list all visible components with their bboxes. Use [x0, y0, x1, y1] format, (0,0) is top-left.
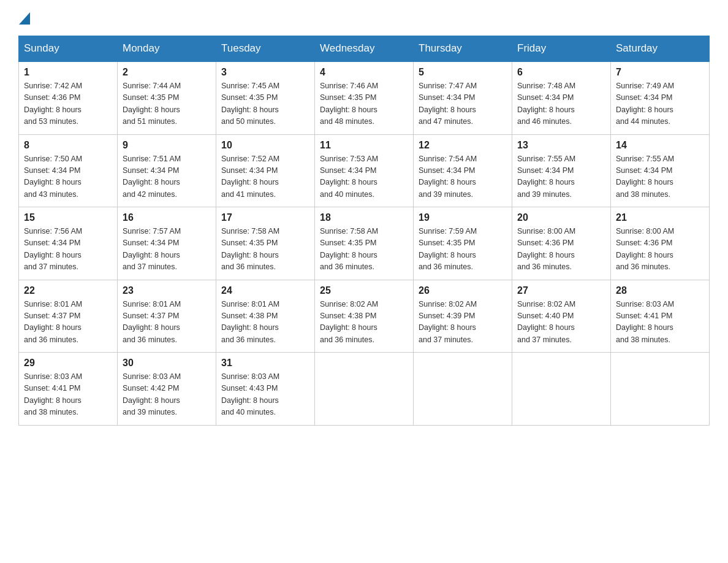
calendar-cell: 2 Sunrise: 7:44 AMSunset: 4:35 PMDayligh… [118, 61, 216, 134]
col-header-friday: Friday [512, 36, 611, 62]
day-number: 20 [517, 212, 605, 223]
day-number: 4 [320, 67, 408, 78]
day-info: Sunrise: 7:48 AMSunset: 4:34 PMDaylight:… [517, 80, 605, 128]
day-number: 7 [616, 67, 704, 78]
calendar-cell: 14 Sunrise: 7:55 AMSunset: 4:34 PMDaylig… [611, 134, 710, 207]
calendar-table: SundayMondayTuesdayWednesdayThursdayFrid… [18, 36, 710, 426]
calendar-header-row: SundayMondayTuesdayWednesdayThursdayFrid… [19, 36, 710, 62]
calendar-cell: 16 Sunrise: 7:57 AMSunset: 4:34 PMDaylig… [118, 207, 216, 280]
day-info: Sunrise: 8:03 AMSunset: 4:43 PMDaylight:… [221, 371, 309, 419]
day-number: 13 [517, 140, 605, 151]
calendar-cell: 5 Sunrise: 7:47 AMSunset: 4:34 PMDayligh… [414, 61, 512, 134]
day-number: 1 [24, 67, 112, 78]
col-header-wednesday: Wednesday [315, 36, 414, 62]
day-number: 29 [24, 358, 112, 369]
day-number: 17 [221, 212, 309, 223]
day-number: 27 [517, 285, 605, 296]
calendar-cell: 30 Sunrise: 8:03 AMSunset: 4:42 PMDaylig… [118, 353, 216, 426]
calendar-week-row: 15 Sunrise: 7:56 AMSunset: 4:34 PMDaylig… [19, 207, 710, 280]
logo [18, 12, 31, 23]
day-info: Sunrise: 8:02 AMSunset: 4:38 PMDaylight:… [320, 299, 408, 347]
day-number: 22 [24, 285, 112, 296]
calendar-cell: 15 Sunrise: 7:56 AMSunset: 4:34 PMDaylig… [19, 207, 118, 280]
day-info: Sunrise: 8:01 AMSunset: 4:38 PMDaylight:… [221, 299, 309, 347]
calendar-cell: 6 Sunrise: 7:48 AMSunset: 4:34 PMDayligh… [512, 61, 611, 134]
calendar-cell: 7 Sunrise: 7:49 AMSunset: 4:34 PMDayligh… [611, 61, 710, 134]
day-info: Sunrise: 7:56 AMSunset: 4:34 PMDaylight:… [24, 226, 112, 274]
day-number: 18 [320, 212, 408, 223]
day-number: 31 [221, 358, 309, 369]
day-info: Sunrise: 8:00 AMSunset: 4:36 PMDaylight:… [616, 226, 704, 274]
day-info: Sunrise: 7:51 AMSunset: 4:34 PMDaylight:… [123, 153, 211, 201]
col-header-monday: Monday [118, 36, 216, 62]
calendar-cell: 19 Sunrise: 7:59 AMSunset: 4:35 PMDaylig… [414, 207, 512, 280]
logo-triangle-icon [19, 12, 30, 25]
svg-marker-0 [19, 12, 30, 25]
calendar-cell: 26 Sunrise: 8:02 AMSunset: 4:39 PMDaylig… [414, 280, 512, 353]
day-info: Sunrise: 7:53 AMSunset: 4:34 PMDaylight:… [320, 153, 408, 201]
calendar-cell: 29 Sunrise: 8:03 AMSunset: 4:41 PMDaylig… [19, 353, 118, 426]
calendar-cell [611, 353, 710, 426]
day-number: 8 [24, 140, 112, 151]
col-header-thursday: Thursday [414, 36, 512, 62]
col-header-saturday: Saturday [611, 36, 710, 62]
day-info: Sunrise: 8:00 AMSunset: 4:36 PMDaylight:… [517, 226, 605, 274]
day-number: 15 [24, 212, 112, 223]
calendar-cell [512, 353, 611, 426]
day-info: Sunrise: 8:02 AMSunset: 4:39 PMDaylight:… [419, 299, 507, 347]
day-info: Sunrise: 8:01 AMSunset: 4:37 PMDaylight:… [24, 299, 112, 347]
day-info: Sunrise: 8:03 AMSunset: 4:42 PMDaylight:… [123, 371, 211, 419]
calendar-week-row: 1 Sunrise: 7:42 AMSunset: 4:36 PMDayligh… [19, 61, 710, 134]
day-number: 12 [419, 140, 507, 151]
calendar-week-row: 8 Sunrise: 7:50 AMSunset: 4:34 PMDayligh… [19, 134, 710, 207]
calendar-cell: 25 Sunrise: 8:02 AMSunset: 4:38 PMDaylig… [315, 280, 414, 353]
calendar-cell: 13 Sunrise: 7:55 AMSunset: 4:34 PMDaylig… [512, 134, 611, 207]
day-info: Sunrise: 7:55 AMSunset: 4:34 PMDaylight:… [517, 153, 605, 201]
calendar-cell: 4 Sunrise: 7:46 AMSunset: 4:35 PMDayligh… [315, 61, 414, 134]
calendar-cell [414, 353, 512, 426]
day-number: 14 [616, 140, 704, 151]
day-number: 30 [123, 358, 211, 369]
calendar-cell: 24 Sunrise: 8:01 AMSunset: 4:38 PMDaylig… [216, 280, 315, 353]
day-info: Sunrise: 7:57 AMSunset: 4:34 PMDaylight:… [123, 226, 211, 274]
day-info: Sunrise: 7:42 AMSunset: 4:36 PMDaylight:… [24, 80, 112, 128]
day-info: Sunrise: 7:46 AMSunset: 4:35 PMDaylight:… [320, 80, 408, 128]
calendar-cell: 31 Sunrise: 8:03 AMSunset: 4:43 PMDaylig… [216, 353, 315, 426]
day-number: 23 [123, 285, 211, 296]
day-number: 19 [419, 212, 507, 223]
day-info: Sunrise: 7:52 AMSunset: 4:34 PMDaylight:… [221, 153, 309, 201]
day-info: Sunrise: 8:02 AMSunset: 4:40 PMDaylight:… [517, 299, 605, 347]
calendar-cell: 27 Sunrise: 8:02 AMSunset: 4:40 PMDaylig… [512, 280, 611, 353]
calendar-cell: 22 Sunrise: 8:01 AMSunset: 4:37 PMDaylig… [19, 280, 118, 353]
day-info: Sunrise: 7:59 AMSunset: 4:35 PMDaylight:… [419, 226, 507, 274]
calendar-cell: 21 Sunrise: 8:00 AMSunset: 4:36 PMDaylig… [611, 207, 710, 280]
calendar-week-row: 29 Sunrise: 8:03 AMSunset: 4:41 PMDaylig… [19, 353, 710, 426]
calendar-cell: 28 Sunrise: 8:03 AMSunset: 4:41 PMDaylig… [611, 280, 710, 353]
day-info: Sunrise: 7:50 AMSunset: 4:34 PMDaylight:… [24, 153, 112, 201]
day-info: Sunrise: 8:03 AMSunset: 4:41 PMDaylight:… [24, 371, 112, 419]
day-number: 2 [123, 67, 211, 78]
day-number: 10 [221, 140, 309, 151]
calendar-cell: 3 Sunrise: 7:45 AMSunset: 4:35 PMDayligh… [216, 61, 315, 134]
day-number: 3 [221, 67, 309, 78]
calendar-cell: 23 Sunrise: 8:01 AMSunset: 4:37 PMDaylig… [118, 280, 216, 353]
day-info: Sunrise: 8:03 AMSunset: 4:41 PMDaylight:… [616, 299, 704, 347]
day-info: Sunrise: 8:01 AMSunset: 4:37 PMDaylight:… [123, 299, 211, 347]
day-info: Sunrise: 7:47 AMSunset: 4:34 PMDaylight:… [419, 80, 507, 128]
col-header-sunday: Sunday [19, 36, 118, 62]
day-number: 24 [221, 285, 309, 296]
day-number: 9 [123, 140, 211, 151]
calendar-cell: 1 Sunrise: 7:42 AMSunset: 4:36 PMDayligh… [19, 61, 118, 134]
day-info: Sunrise: 7:55 AMSunset: 4:34 PMDaylight:… [616, 153, 704, 201]
calendar-cell [315, 353, 414, 426]
day-info: Sunrise: 7:44 AMSunset: 4:35 PMDaylight:… [123, 80, 211, 128]
calendar-cell: 8 Sunrise: 7:50 AMSunset: 4:34 PMDayligh… [19, 134, 118, 207]
day-info: Sunrise: 7:49 AMSunset: 4:34 PMDaylight:… [616, 80, 704, 128]
calendar-cell: 10 Sunrise: 7:52 AMSunset: 4:34 PMDaylig… [216, 134, 315, 207]
calendar-cell: 17 Sunrise: 7:58 AMSunset: 4:35 PMDaylig… [216, 207, 315, 280]
calendar-cell: 11 Sunrise: 7:53 AMSunset: 4:34 PMDaylig… [315, 134, 414, 207]
calendar-cell: 20 Sunrise: 8:00 AMSunset: 4:36 PMDaylig… [512, 207, 611, 280]
calendar-week-row: 22 Sunrise: 8:01 AMSunset: 4:37 PMDaylig… [19, 280, 710, 353]
day-number: 21 [616, 212, 704, 223]
day-info: Sunrise: 7:58 AMSunset: 4:35 PMDaylight:… [320, 226, 408, 274]
